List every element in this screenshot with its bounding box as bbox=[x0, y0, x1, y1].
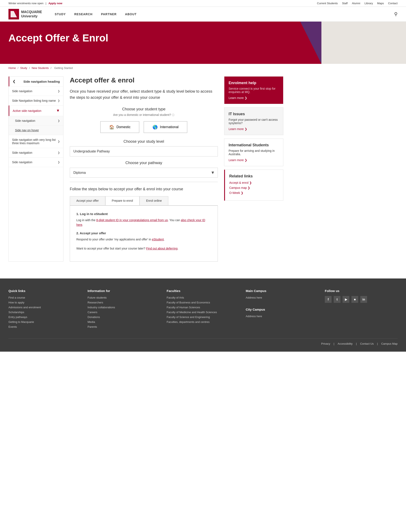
footer-city-campus-address[interactable]: Address here bbox=[246, 315, 319, 318]
breadcrumb-study[interactable]: Study bbox=[20, 66, 27, 70]
apply-now-link[interactable]: Apply now bbox=[48, 2, 62, 5]
footer-faculties: Faculties Faculty of Arts Faculty of Bus… bbox=[167, 289, 239, 330]
footer-admissions[interactable]: Admissions and enrolment bbox=[8, 306, 81, 309]
nav-study[interactable]: STUDY bbox=[55, 13, 66, 16]
utility-link-staff[interactable]: Staff bbox=[342, 2, 348, 5]
sidebar-item-heading[interactable]: ❮ Side navigation heading bbox=[9, 77, 63, 86]
nav-research[interactable]: RESEARCH bbox=[74, 13, 93, 16]
sidebar-item-sub-1[interactable]: Side navigation ❯ bbox=[9, 116, 63, 126]
utility-link-maps[interactable]: Maps bbox=[377, 2, 384, 5]
info-icon[interactable]: ⓘ bbox=[172, 114, 174, 116]
footer-contact-us[interactable]: Contact Us bbox=[360, 342, 374, 345]
breadcrumb-new-students[interactable]: New Students bbox=[32, 66, 49, 70]
chevron-right-icon-4: ❯ bbox=[58, 140, 60, 143]
linkedin-icon[interactable]: in bbox=[360, 296, 367, 303]
sidebar-item-active[interactable]: Active side navigation ▼ bbox=[9, 106, 63, 116]
tabs: Accept your offer Prepare to enrol Enrol… bbox=[70, 196, 218, 206]
logo-area[interactable]: MACQUARIE University bbox=[8, 9, 42, 20]
sidebar-item-7[interactable]: Side navigation ❯ bbox=[9, 148, 63, 158]
footer-faculty-business[interactable]: Faculty of Business and Economics bbox=[167, 301, 239, 304]
facebook-icon[interactable]: f bbox=[325, 296, 332, 303]
main-nav: MACQUARIE University STUDY RESEARCH PART… bbox=[0, 7, 406, 22]
enrolment-help-link[interactable]: Learn more ❯ bbox=[229, 96, 279, 100]
hero-banner: Accept Offer & Enrol bbox=[0, 22, 406, 64]
footer-industry[interactable]: Industry collaborations bbox=[87, 306, 160, 309]
right-sidebar: Enrolment help Service connect is your f… bbox=[224, 76, 283, 262]
student-type-section: Choose your student type Are you a domes… bbox=[70, 107, 218, 133]
sidebar-item-long[interactable]: Side navigation with very long list thre… bbox=[9, 135, 63, 148]
it-issues-link[interactable]: Learn more ❯ bbox=[229, 127, 279, 131]
footer-accessibility[interactable]: Accessibility bbox=[338, 342, 353, 345]
footer-faculty-science[interactable]: Faculty of Science and Engineering bbox=[167, 316, 239, 319]
intro-text: Once you have received your offer, selec… bbox=[70, 88, 218, 101]
footer-media[interactable]: Media bbox=[87, 320, 160, 324]
twitter-icon[interactable]: t bbox=[334, 296, 341, 303]
footer-privacy[interactable]: Privacy bbox=[321, 342, 330, 345]
tab-prepare-enrol[interactable]: Prepare to enrol bbox=[105, 196, 140, 205]
related-link-campus-map[interactable]: Campus map ❯ bbox=[229, 186, 279, 189]
tab-accept-offer[interactable]: Accept your offer bbox=[70, 196, 105, 205]
step2-defer-text: Want to accept your offer but start your… bbox=[76, 246, 211, 251]
footer-faculty-depts[interactable]: Faculties, departments and centres bbox=[167, 320, 239, 324]
study-level-box[interactable]: Undergraduate Pathway bbox=[70, 146, 218, 157]
main-layout: ❮ Side navigation heading Side navigatio… bbox=[0, 72, 406, 266]
intl-students-title: International Students bbox=[229, 143, 279, 147]
sidebar-heading-label: Side navigation heading bbox=[23, 80, 60, 83]
hero-shape-gray bbox=[321, 22, 406, 64]
sidebar-item-hover[interactable]: Side nav on hover bbox=[9, 126, 63, 135]
pathway-title: Choose your pathway bbox=[70, 161, 218, 165]
student-id-link[interactable]: 8-digit student ID in your congratulatio… bbox=[96, 218, 168, 222]
sidebar-item-1[interactable]: Side navigation ❯ bbox=[9, 86, 63, 96]
sidebar-item-2-label: Side Navigation listing long name bbox=[12, 99, 56, 102]
breadcrumb-home[interactable]: Home bbox=[8, 66, 16, 70]
international-button[interactable]: 🌎 International bbox=[144, 121, 187, 133]
it-issues-card: IT Issues Forgot your password or can't … bbox=[224, 108, 283, 135]
sidebar-item-2[interactable]: Side Navigation listing long name ❯ bbox=[9, 96, 63, 106]
it-issues-text: Forgot your password or can't access sys… bbox=[229, 118, 279, 125]
utility-link-library[interactable]: Library bbox=[364, 2, 373, 5]
related-link-oweek[interactable]: O-Week ❯ bbox=[229, 191, 279, 194]
footer-how-to-apply[interactable]: How to apply bbox=[8, 301, 81, 304]
footer-faculty-arts[interactable]: Faculty of Arts bbox=[167, 296, 239, 299]
footer-parents[interactable]: Parents bbox=[87, 325, 160, 328]
nav-about[interactable]: ABOUT bbox=[125, 13, 137, 16]
utility-bar: Winter enrolments now open | Apply now C… bbox=[0, 0, 406, 7]
footer-entry-pathways[interactable]: Entry pathways bbox=[8, 316, 81, 319]
related-link-accept-enrol[interactable]: Accept & enrol ❯ bbox=[229, 181, 279, 184]
footer-scholarships[interactable]: Scholarships bbox=[8, 311, 81, 314]
intl-students-link[interactable]: Learn more ❯ bbox=[229, 158, 279, 162]
youtube-icon[interactable]: ▶ bbox=[343, 296, 349, 303]
footer-future-students[interactable]: Future students bbox=[87, 296, 160, 299]
search-button[interactable]: ⚲ bbox=[394, 11, 398, 17]
footer-quick-links-heading: Quick links bbox=[8, 289, 81, 293]
footer-careers[interactable]: Careers bbox=[87, 311, 160, 314]
tab-enrol-online[interactable]: Enrol online bbox=[140, 196, 168, 205]
footer-getting-to-macquarie[interactable]: Getting to Macquarie bbox=[8, 320, 81, 324]
intl-students-text: Prepare for arriving and studying in Aus… bbox=[229, 149, 279, 156]
footer-info-for: Information for Future students Research… bbox=[87, 289, 160, 330]
pathway-select[interactable]: Diploma Certificate Advanced Diploma bbox=[70, 168, 218, 178]
step2-text: Respond to your offer under 'my applicat… bbox=[76, 237, 211, 242]
chevron-right-icon-5: ❯ bbox=[58, 151, 60, 154]
nav-partner[interactable]: PARTNER bbox=[101, 13, 117, 16]
footer-events[interactable]: Events bbox=[8, 325, 81, 328]
footer-bottom: Privacy | Accessibility | Contact Us | C… bbox=[8, 338, 398, 345]
footer-info-for-heading: Information for bbox=[87, 289, 160, 293]
footer-donations[interactable]: Donations bbox=[87, 316, 160, 319]
footer-main-campus-address[interactable]: Address here bbox=[246, 296, 319, 299]
utility-link-alumni[interactable]: Alumni bbox=[352, 2, 360, 5]
footer-find-course[interactable]: Find a course bbox=[8, 296, 81, 299]
footer-campus-map[interactable]: Campus Map bbox=[381, 342, 398, 345]
separator: | bbox=[45, 2, 46, 5]
domestic-button[interactable]: 🏠 Domestic bbox=[100, 121, 140, 133]
instagram-icon[interactable]: ■ bbox=[351, 296, 358, 303]
deferring-link[interactable]: Find out about deferring bbox=[146, 247, 178, 250]
utility-link-contact[interactable]: Contact bbox=[388, 2, 398, 5]
utility-link-current-students[interactable]: Current Students bbox=[317, 2, 338, 5]
estudent-link[interactable]: eStudent bbox=[152, 238, 164, 241]
footer-faculty-medicine[interactable]: Faculty of Mediicine and Health Sciences bbox=[167, 311, 239, 314]
footer-faculty-human[interactable]: Faculty of Human Sciences bbox=[167, 306, 239, 309]
footer-researchers[interactable]: Researchers bbox=[87, 301, 160, 304]
arrow-right-icon: ❯ bbox=[245, 96, 247, 100]
sidebar-item-8[interactable]: Side navigation ❯ bbox=[9, 158, 63, 167]
